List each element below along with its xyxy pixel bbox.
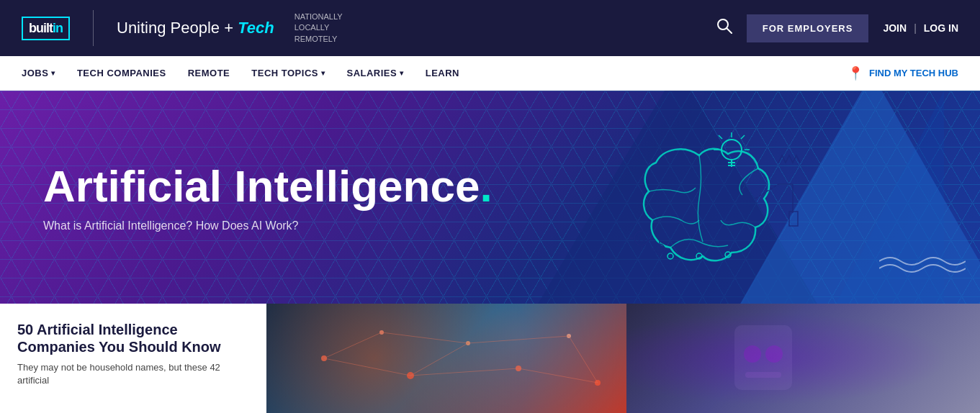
svg-rect-48 <box>745 372 781 378</box>
chevron-down-icon: ▾ <box>51 69 55 77</box>
chevron-down-icon-2: ▾ <box>321 69 325 77</box>
svg-line-26 <box>755 184 778 199</box>
svg-line-37 <box>324 332 382 358</box>
svg-line-1 <box>727 28 732 33</box>
svg-line-41 <box>410 368 518 376</box>
tagline-area: Uniting People + Tech <box>117 19 274 37</box>
svg-line-12 <box>741 135 745 139</box>
tagline-subtext: NATIONALLY LOCALLY REMOTELY <box>295 12 343 45</box>
hero-title: Artificial Intelligence. <box>43 162 493 211</box>
tagline-tech: Tech <box>238 19 274 37</box>
robot-svg <box>626 304 980 413</box>
svg-point-14 <box>634 231 649 245</box>
ai-illustration <box>598 98 800 299</box>
for-employers-button[interactable]: FOR EMPLOYERS <box>747 14 869 42</box>
search-button[interactable] <box>716 18 732 38</box>
svg-point-15 <box>638 235 645 242</box>
nav-learn[interactable]: LEARN <box>426 68 459 78</box>
site-header: builtin Uniting People + Tech NATIONALLY… <box>0 0 980 56</box>
login-link[interactable]: LOG IN <box>924 22 958 34</box>
robot-image-bg <box>626 304 980 413</box>
svg-point-46 <box>744 345 761 363</box>
join-link[interactable]: JOIN <box>883 22 907 34</box>
svg-point-20 <box>655 244 665 254</box>
svg-rect-45 <box>734 325 792 390</box>
search-icon <box>716 18 732 34</box>
chevron-down-icon-3: ▾ <box>400 69 404 77</box>
svg-line-13 <box>719 135 722 139</box>
cards-section: 50 Artificial Intelligence Companies You… <box>0 304 980 413</box>
svg-line-40 <box>410 343 468 376</box>
card-robot[interactable] <box>626 304 980 413</box>
find-hub-nav[interactable]: 📍 FIND MY TECH HUB <box>848 65 958 81</box>
svg-rect-29 <box>789 212 798 226</box>
logo-divider <box>93 10 94 46</box>
header-logo-area: builtin Uniting People + Tech NATIONALLY… <box>22 10 343 46</box>
logo[interactable]: builtin <box>22 17 70 40</box>
svg-point-2 <box>667 253 673 259</box>
nav-tech-topics[interactable]: TECH TOPICS ▾ <box>251 68 325 78</box>
wave-decoration <box>879 250 966 282</box>
nav-jobs[interactable]: JOBS ▾ <box>22 68 55 78</box>
header-actions: FOR EMPLOYERS JOIN | LOG IN <box>716 14 958 42</box>
builtin-logo: builtin <box>22 17 70 40</box>
tagline-text: Uniting People + Tech <box>117 19 274 37</box>
wave-svg <box>879 250 966 279</box>
tagline-prefix: Uniting People + <box>117 19 233 37</box>
card-ai-companies[interactable]: 50 Artificial Intelligence Companies You… <box>0 304 626 413</box>
svg-point-21 <box>657 247 662 251</box>
brain-svg <box>598 98 800 299</box>
location-pin-icon: 📍 <box>848 65 863 81</box>
auth-links: JOIN | LOG IN <box>883 22 958 34</box>
svg-point-5 <box>721 140 742 160</box>
svg-line-39 <box>382 332 468 343</box>
svg-point-47 <box>765 345 783 363</box>
network-svg <box>266 304 626 413</box>
card-title: 50 Artificial Intelligence Companies You… <box>17 321 249 355</box>
hero-section: Artificial Intelligence. What is Artific… <box>0 91 980 304</box>
card-description: They may not be household names, but the… <box>17 361 249 387</box>
nav-tech-companies[interactable]: TECH COMPANIES <box>77 68 166 78</box>
main-nav: JOBS ▾ TECH COMPANIES REMOTE TECH TOPICS… <box>0 56 980 91</box>
svg-line-43 <box>518 368 598 383</box>
nav-remote[interactable]: REMOTE <box>188 68 230 78</box>
auth-divider: | <box>914 22 917 34</box>
svg-line-42 <box>468 336 569 343</box>
card-text-area: 50 Artificial Intelligence Companies You… <box>0 304 266 413</box>
nav-salaries[interactable]: SALARIES ▾ <box>346 68 403 78</box>
card-network-image <box>266 304 626 413</box>
hero-content: Artificial Intelligence. What is Artific… <box>0 162 536 232</box>
svg-line-38 <box>324 358 410 376</box>
nav-links: JOBS ▾ TECH COMPANIES REMOTE TECH TOPICS… <box>22 68 848 78</box>
svg-line-44 <box>569 336 598 383</box>
hero-subtitle: What is Artificial Intelligence? How Doe… <box>43 219 493 232</box>
